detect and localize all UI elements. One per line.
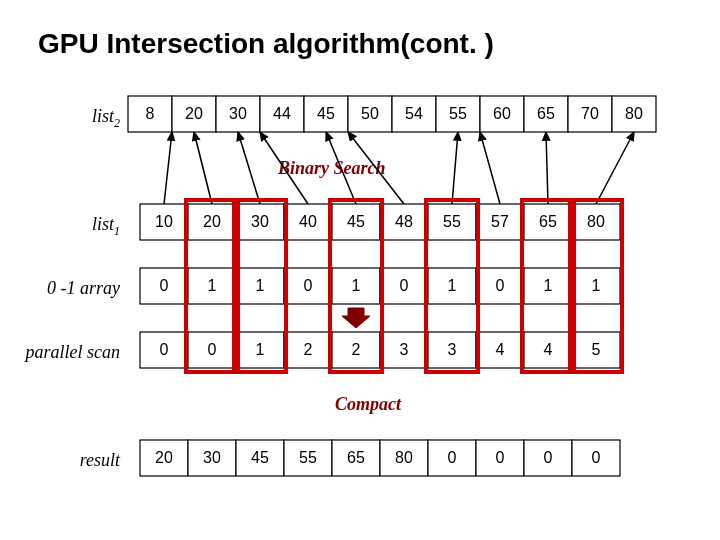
svg-text:45: 45 <box>317 105 335 122</box>
result-cell <box>236 440 284 476</box>
svg-text:0: 0 <box>400 277 409 294</box>
svg-line-9 <box>596 132 634 204</box>
result-cell <box>284 440 332 476</box>
parallel-scan-cell <box>428 332 476 368</box>
svg-text:0: 0 <box>160 341 169 358</box>
list1-cell <box>332 204 380 240</box>
label-parallel-scan: parallel scan <box>10 342 120 363</box>
list2-cell <box>480 96 524 132</box>
zero-one-cell <box>428 268 476 304</box>
parallel-scan-cell <box>140 332 188 368</box>
svg-text:70: 70 <box>581 105 599 122</box>
list1-cell <box>428 204 476 240</box>
list1-cell <box>476 204 524 240</box>
parallel-scan-cell <box>572 332 620 368</box>
svg-text:2: 2 <box>304 341 313 358</box>
svg-text:20: 20 <box>185 105 203 122</box>
list2-cell <box>612 96 656 132</box>
zero-one-cell <box>140 268 188 304</box>
label-list2: list2 <box>48 106 120 131</box>
svg-text:30: 30 <box>203 449 221 466</box>
svg-rect-62 <box>186 200 238 372</box>
svg-text:1: 1 <box>208 277 217 294</box>
svg-text:60: 60 <box>493 105 511 122</box>
svg-rect-63 <box>234 200 286 372</box>
result-cell <box>428 440 476 476</box>
list1-cell <box>524 204 572 240</box>
list2-cell <box>216 96 260 132</box>
svg-line-6 <box>452 132 458 204</box>
svg-rect-66 <box>522 200 574 372</box>
svg-text:1: 1 <box>592 277 601 294</box>
list2-cell <box>348 96 392 132</box>
list2-cell <box>128 96 172 132</box>
svg-text:8: 8 <box>146 105 155 122</box>
zero-one-cell <box>476 268 524 304</box>
svg-text:50: 50 <box>361 105 379 122</box>
list1-cell <box>380 204 428 240</box>
parallel-scan-cell <box>476 332 524 368</box>
svg-text:80: 80 <box>587 213 605 230</box>
svg-text:3: 3 <box>448 341 457 358</box>
svg-text:0: 0 <box>496 277 505 294</box>
svg-text:55: 55 <box>299 449 317 466</box>
svg-text:57: 57 <box>491 213 509 230</box>
annotation-binary-search: Binary Search <box>278 158 386 179</box>
svg-text:0: 0 <box>208 341 217 358</box>
result-cell <box>524 440 572 476</box>
zero-one-cell <box>332 268 380 304</box>
label-list1: list1 <box>48 214 120 239</box>
svg-line-2 <box>238 132 260 204</box>
svg-text:5: 5 <box>592 341 601 358</box>
zero-one-cell <box>572 268 620 304</box>
svg-text:0: 0 <box>304 277 313 294</box>
svg-rect-64 <box>330 200 382 372</box>
result-cell <box>332 440 380 476</box>
annotation-compact: Compact <box>335 394 401 415</box>
svg-text:1: 1 <box>352 277 361 294</box>
zero-one-cell <box>380 268 428 304</box>
result-cell <box>140 440 188 476</box>
svg-text:45: 45 <box>347 213 365 230</box>
list1-cell <box>140 204 188 240</box>
zero-one-cell <box>188 268 236 304</box>
label-result: result <box>48 450 120 471</box>
svg-text:1: 1 <box>448 277 457 294</box>
svg-rect-67 <box>570 200 622 372</box>
list1-cell <box>236 204 284 240</box>
parallel-scan-cell <box>236 332 284 368</box>
svg-text:65: 65 <box>539 213 557 230</box>
svg-text:4: 4 <box>544 341 553 358</box>
svg-text:0: 0 <box>160 277 169 294</box>
list1-cell <box>284 204 332 240</box>
list2-cell <box>260 96 304 132</box>
result-cell <box>572 440 620 476</box>
parallel-scan-cell <box>284 332 332 368</box>
svg-text:10: 10 <box>155 213 173 230</box>
down-arrow-icon <box>342 308 370 328</box>
svg-text:1: 1 <box>256 341 265 358</box>
zero-one-cell <box>284 268 332 304</box>
list2-cell <box>436 96 480 132</box>
parallel-scan-cell <box>188 332 236 368</box>
svg-text:44: 44 <box>273 105 291 122</box>
svg-text:45: 45 <box>251 449 269 466</box>
list2-cell <box>304 96 348 132</box>
zero-one-cell <box>524 268 572 304</box>
label-zero-one-array: 0 -1 array <box>20 278 120 299</box>
svg-text:65: 65 <box>347 449 365 466</box>
svg-text:0: 0 <box>544 449 553 466</box>
svg-text:65: 65 <box>537 105 555 122</box>
list2-cell <box>392 96 436 132</box>
svg-text:55: 55 <box>449 105 467 122</box>
svg-text:0: 0 <box>592 449 601 466</box>
svg-text:30: 30 <box>229 105 247 122</box>
svg-text:3: 3 <box>400 341 409 358</box>
svg-line-1 <box>194 132 212 204</box>
list2-cell <box>568 96 612 132</box>
svg-rect-65 <box>426 200 478 372</box>
result-cell <box>476 440 524 476</box>
parallel-scan-cell <box>380 332 428 368</box>
svg-text:4: 4 <box>496 341 505 358</box>
result-cell <box>380 440 428 476</box>
